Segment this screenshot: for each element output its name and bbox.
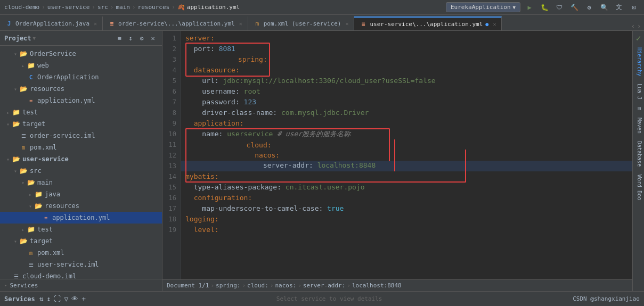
breadcrumb-spring[interactable]: spring: bbox=[216, 282, 240, 289]
sort-asc-icon[interactable]: ⇅ bbox=[39, 295, 44, 303]
sidebar-tools: ≡ ↕ ⚙ ✕ bbox=[115, 34, 158, 43]
tree-label: resources bbox=[45, 202, 79, 210]
tree-item-user-service[interactable]: ▾ 📂 user-service bbox=[0, 153, 162, 165]
tree-item-user-service-iml[interactable]: ☰ user-service.iml bbox=[0, 259, 162, 270]
tree-item-cloud-demo-iml[interactable]: ☰ cloud-demo.iml bbox=[0, 270, 162, 279]
tree-item-main[interactable]: ▾ 📂 main bbox=[0, 177, 162, 188]
expand-icon[interactable]: ⊡ bbox=[628, 2, 640, 13]
code-token: map-underscore-to-camel-case: bbox=[185, 203, 327, 214]
search-icon[interactable]: 🔍 bbox=[598, 2, 610, 13]
tree-item-resources-1[interactable]: ▾ 📂 resources bbox=[0, 83, 162, 95]
services-label: Services bbox=[4, 295, 35, 303]
close-tab-icon[interactable]: ✕ bbox=[345, 21, 348, 27]
folder-open-icon: 📂 bbox=[19, 85, 28, 93]
java-folder-icon: 📁 bbox=[34, 190, 43, 199]
tree-item-web[interactable]: ▸ 📁 web bbox=[0, 60, 162, 71]
tree-label: web bbox=[37, 62, 49, 69]
project-dropdown-icon[interactable]: ▼ bbox=[33, 36, 36, 41]
filter-icon[interactable]: ▽ bbox=[64, 295, 68, 303]
close-tab-icon[interactable]: ✕ bbox=[94, 21, 97, 27]
close-tab-icon[interactable]: ✕ bbox=[493, 21, 496, 27]
code-token: type-aliases-package: bbox=[185, 182, 286, 193]
tree-item-order-application[interactable]: C OrderApplication bbox=[0, 71, 162, 83]
yaml-file-icon-selected: ≡ bbox=[42, 213, 50, 222]
translate-icon[interactable]: 文 bbox=[613, 2, 625, 13]
hierarchy-panel-btn[interactable]: Hierarchy bbox=[634, 44, 643, 79]
scroll-left-icon[interactable]: ‹ bbox=[631, 22, 635, 30]
close-tab-icon[interactable]: ✕ bbox=[239, 21, 242, 27]
tree-item-application-yml-1[interactable]: ≡ application.yml bbox=[0, 95, 162, 106]
breadcrumb-src[interactable]: src bbox=[97, 4, 108, 11]
code-line-1: server: bbox=[181, 33, 632, 44]
code-token: password: bbox=[185, 97, 244, 107]
wordboo-panel-btn[interactable]: Word Boo bbox=[634, 171, 643, 203]
breadcrumb-cloud[interactable]: cloud: bbox=[247, 282, 268, 289]
services-panel-label: Services bbox=[10, 282, 38, 289]
breadcrumb-server-addr[interactable]: server-addr: bbox=[303, 282, 345, 289]
collapse-all-icon[interactable]: ≡ bbox=[115, 34, 124, 43]
tab-scroll-controls[interactable]: ‹ › bbox=[628, 22, 644, 30]
tree-item-resources-2[interactable]: ▾ 📂 resources bbox=[0, 200, 162, 212]
xml-icon: m bbox=[254, 20, 261, 27]
expand-arrow-icon: ▸ bbox=[19, 63, 27, 69]
tree-icon[interactable]: ⛶ bbox=[54, 295, 61, 303]
breadcrumb-resources[interactable]: resources bbox=[138, 4, 170, 11]
m-panel-btn[interactable]: m bbox=[634, 104, 643, 113]
breadcrumb-file[interactable]: application.yml bbox=[187, 4, 240, 11]
scroll-right-icon[interactable]: › bbox=[637, 22, 641, 30]
tree-item-pom-1[interactable]: m pom.xml bbox=[0, 142, 162, 153]
expand-arrow-icon: ▾ bbox=[12, 51, 19, 57]
services-panel-header[interactable]: ▸ Services bbox=[0, 279, 162, 291]
tree-item-test-2[interactable]: ▸ 📁 test bbox=[0, 224, 162, 235]
xml-file-icon: m bbox=[27, 249, 35, 257]
code-line-18: logging: bbox=[181, 214, 632, 225]
iml-file-icon: ☰ bbox=[19, 131, 28, 140]
status-bar: Services ⇅ ↕ ⛶ ▽ 👁 + Select service to v… bbox=[0, 291, 644, 306]
tab-order-svc-yml[interactable]: ≡ order-service\...\application.yml ✕ bbox=[103, 16, 248, 30]
sort-icon[interactable]: ↕ bbox=[126, 34, 135, 43]
tab-user-svc-yml[interactable]: ≡ user-service\...\application.yml ● ✕ bbox=[354, 16, 502, 30]
folder-open-icon: 📂 bbox=[19, 167, 28, 175]
tree-item-java[interactable]: ▸ 📁 java bbox=[0, 188, 162, 200]
tree-item-target-2[interactable]: ▾ 📂 target bbox=[0, 235, 162, 247]
database-panel-btn[interactable]: Database bbox=[634, 138, 643, 170]
tree-item-pom-2[interactable]: m pom.xml bbox=[0, 247, 162, 259]
tree-item-test-1[interactable]: ▸ 📁 test bbox=[0, 106, 162, 118]
code-content[interactable]: server: port: 8081 spring: datasource: bbox=[181, 31, 632, 279]
breadcrumb-user-service[interactable]: user-service bbox=[47, 4, 89, 11]
settings-icon[interactable]: ⚙ bbox=[583, 2, 595, 13]
add-icon[interactable]: + bbox=[81, 295, 86, 303]
checkmark-icon: ✓ bbox=[636, 33, 641, 43]
expand-arrow-icon: ▾ bbox=[4, 121, 12, 127]
tab-pom-xml[interactable]: m pom.xml (user-service) ✕ bbox=[248, 16, 355, 30]
code-token: username: bbox=[185, 86, 244, 97]
lua-panel-btn[interactable]: Lua J bbox=[634, 80, 643, 103]
modified-dot: ● bbox=[485, 21, 488, 27]
breadcrumb-main[interactable]: main bbox=[116, 4, 130, 11]
build-button[interactable]: 🔨 bbox=[568, 2, 580, 13]
run-button[interactable]: ▶ bbox=[524, 2, 535, 13]
breadcrumb-cloud-demo[interactable]: cloud-demo bbox=[4, 4, 39, 11]
main-area: Project ▼ ≡ ↕ ⚙ ✕ ▾ 📂 OrderService ▸ 📁 w… bbox=[0, 31, 644, 291]
breadcrumb-nacos[interactable]: nacos: bbox=[275, 282, 296, 289]
tree-item-application-yml-2[interactable]: ≡ application.yml bbox=[0, 212, 162, 224]
code-token: datasource: bbox=[185, 65, 240, 76]
tree-item-order-service-iml[interactable]: ☰ order-service.iml bbox=[0, 130, 162, 142]
coverage-button[interactable]: 🛡 bbox=[553, 2, 565, 13]
tab-order-app[interactable]: J OrderApplication.java ✕ bbox=[0, 16, 103, 30]
tree-item-src[interactable]: ▾ 📂 src bbox=[0, 165, 162, 177]
services-panel: ▸ Services bbox=[0, 279, 162, 291]
expand-arrow-icon: ▾ bbox=[12, 238, 19, 244]
tree-item-target-1[interactable]: ▾ 📂 target bbox=[0, 118, 162, 130]
run-config-selector[interactable]: EurekaApplication ▼ bbox=[446, 2, 520, 12]
settings-icon[interactable]: ⚙ bbox=[137, 34, 146, 43]
eye-icon[interactable]: 👁 bbox=[71, 295, 78, 303]
sort-desc-icon[interactable]: ↕ bbox=[47, 295, 51, 303]
close-sidebar-icon[interactable]: ✕ bbox=[148, 34, 158, 43]
debug-button[interactable]: 🐛 bbox=[539, 2, 550, 13]
code-line-19: level: bbox=[181, 225, 632, 235]
expand-arrow-icon: ▾ bbox=[19, 180, 27, 186]
tree-item-order-service[interactable]: ▾ 📂 OrderService bbox=[0, 48, 162, 60]
maven-panel-btn[interactable]: Maven bbox=[634, 114, 643, 137]
breadcrumb-value: localhost:8848 bbox=[352, 282, 402, 289]
